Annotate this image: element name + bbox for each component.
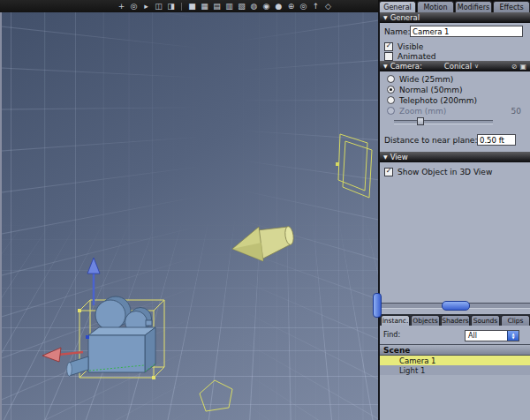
tab-shaders[interactable]: Shaders	[441, 315, 470, 326]
focus-tool-icon[interactable]: ◎	[129, 2, 139, 11]
panel-splitter-vertical[interactable]	[373, 293, 382, 318]
distance-near-plane-input[interactable]	[477, 134, 516, 146]
collapse-arrow-icon: ▼	[383, 154, 388, 160]
radio-zoom-label: Zoom (mm)	[399, 107, 446, 116]
panel-splitter-horizontal[interactable]	[380, 303, 530, 309]
orbit-view-icon[interactable]: ◎	[299, 2, 308, 11]
splitter-handle[interactable]	[442, 301, 470, 311]
inspector-tab-bar: General Motion Modifiers Effects	[378, 0, 530, 12]
scene-item-camera-1[interactable]: Camera 1	[380, 356, 530, 365]
check-icon: ✓	[386, 42, 392, 49]
animated-label: Animated	[398, 52, 435, 61]
translate-axis-blue[interactable]	[87, 258, 100, 305]
radio-telephoto-label: Telephoto (200mm)	[399, 96, 477, 105]
viewport-3d[interactable]	[0, 12, 378, 420]
view-section-header[interactable]: ▼ View	[380, 152, 530, 162]
tab-sounds[interactable]: Sounds	[471, 315, 500, 326]
single-pane-icon[interactable]: ■	[187, 2, 197, 11]
scene-item-light-1[interactable]: Light 1	[380, 365, 530, 375]
scene-header-label: Scene	[383, 346, 410, 355]
tab-objects[interactable]: Objects	[411, 315, 440, 326]
quality-high-icon[interactable]: ●	[274, 2, 284, 11]
slider-thumb[interactable]	[417, 117, 424, 125]
toolbar-separator	[181, 3, 182, 11]
scene-item-label: Camera 1	[399, 356, 435, 365]
visible-label: Visible	[398, 42, 423, 51]
tab-effects[interactable]: Effects	[493, 1, 530, 12]
name-label: Name:	[384, 27, 411, 36]
translate-axis-red[interactable]	[42, 348, 83, 362]
selection-tool-icon[interactable]: +	[117, 2, 126, 11]
no-override-icon[interactable]: ⊘	[511, 63, 518, 71]
slider-track	[394, 120, 493, 124]
radio-normal-50mm[interactable]: Normal (50mm)	[380, 85, 530, 94]
general-section-label: General	[390, 13, 420, 22]
hsplit-view-icon[interactable]: ▤	[212, 2, 222, 11]
cube-view-icon[interactable]: ◇	[323, 2, 333, 11]
browser-tab-bar: Instanc. Objects Shaders Sounds Clips	[380, 314, 530, 326]
camera-object[interactable]	[67, 296, 155, 376]
radio-normal-label: Normal (50mm)	[399, 86, 462, 94]
radio-zoom-mm[interactable]: Zoom (mm) 50	[380, 106, 530, 116]
quality-medium-icon[interactable]: ◉	[261, 2, 271, 11]
shaded-view-icon[interactable]: ◨	[166, 2, 176, 11]
scene-header[interactable]: Scene	[380, 344, 530, 356]
chevron-down-icon: ∨	[474, 63, 479, 70]
camera-frustum-outline	[336, 134, 372, 198]
tab-clips[interactable]: Clips	[501, 315, 530, 326]
inspector-panel: ▼ General Name: ✓ Visible Animated ▼ Cam…	[378, 12, 530, 420]
distance-near-plane-label: Distance to near plane:	[384, 136, 477, 145]
vsplit-view-icon[interactable]: ▥	[224, 2, 234, 11]
camera-type-value: Conical	[444, 62, 472, 71]
tab-modifiers[interactable]: Modifiers	[455, 1, 492, 12]
radio-dot	[387, 75, 395, 83]
zoom-value: 50	[511, 107, 521, 116]
up-axis-icon[interactable]: ↑	[311, 2, 321, 11]
show-object-checkbox[interactable]: ✓	[384, 168, 393, 176]
radio-dot-selected	[387, 86, 395, 94]
camera-section-label: Camera:	[390, 62, 422, 71]
camera-window-icon[interactable]: ◫	[154, 2, 163, 11]
view-section-label: View	[390, 153, 408, 161]
target-icon[interactable]: ⊕	[286, 2, 296, 11]
camera-section-header[interactable]: ▼ Camera: Conical ∨ ⊘ ▣	[380, 61, 530, 71]
scene-objects-layer	[2, 12, 378, 420]
radio-wide-25mm[interactable]: Wide (25mm)	[380, 74, 530, 84]
scene-item-label: Light 1	[399, 366, 425, 375]
frustum-near-plane-outline	[200, 380, 232, 411]
collapse-arrow-icon: ▼	[383, 15, 388, 20]
preview-icon[interactable]: ▸	[141, 2, 151, 11]
radio-dot	[387, 107, 395, 115]
collapse-arrow-icon: ▼	[383, 64, 388, 69]
check-icon: ✓	[386, 168, 392, 175]
general-section-header[interactable]: ▼ General	[380, 12, 530, 23]
dropdown-stepper-icon[interactable]: ▲▼	[507, 331, 519, 341]
tab-general[interactable]: General	[379, 1, 416, 12]
filter-dropdown[interactable]: All ▲▼	[465, 330, 519, 341]
filter-value: All	[468, 332, 477, 340]
quality-draft-icon[interactable]: ◍	[249, 2, 259, 11]
find-label: Find:	[383, 331, 400, 339]
camera-type-dropdown[interactable]: Conical ∨	[444, 62, 479, 71]
scene-list-empty-area	[380, 375, 530, 420]
radio-dot	[387, 96, 395, 104]
tab-instances[interactable]: Instanc.	[381, 315, 410, 326]
visible-checkbox[interactable]: ✓	[384, 42, 393, 51]
quad-view-icon[interactable]: ▦	[200, 2, 209, 11]
tab-motion[interactable]: Motion	[417, 1, 454, 12]
zoom-slider[interactable]	[394, 117, 493, 125]
main-toolbar: + ◎ ▸ ◫ ◨ ■ ▦ ▤ ▥ ▧ ◍ ◉ ● ⊕ ◎ ↑ ◇	[0, 0, 378, 12]
mixed-view-icon[interactable]: ▧	[237, 2, 246, 11]
animated-checkbox[interactable]	[384, 52, 393, 61]
radio-telephoto-200mm[interactable]: Telephoto (200mm)	[380, 95, 530, 105]
name-input[interactable]	[410, 26, 523, 37]
light-direction-arrow[interactable]	[232, 226, 294, 261]
save-settings-icon[interactable]: ▣	[519, 63, 526, 71]
show-object-label: Show Object in 3D View	[398, 168, 492, 176]
radio-wide-label: Wide (25mm)	[399, 75, 453, 84]
